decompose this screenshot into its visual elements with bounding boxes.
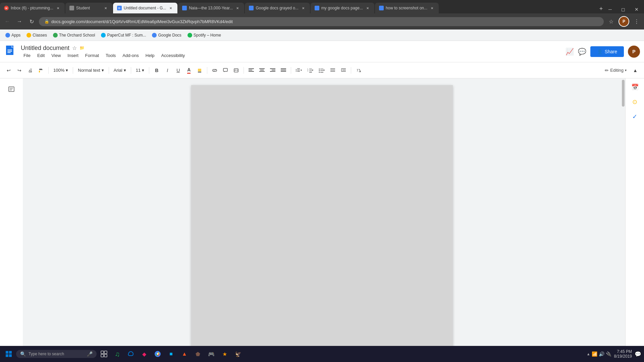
tab-close-naia[interactable]: ✕ — [235, 5, 240, 11]
docs-menu-accessibility[interactable]: Accessibility — [159, 52, 188, 59]
tab-close-inbox[interactable]: ✕ — [55, 5, 61, 11]
outline-button[interactable] — [5, 82, 18, 96]
font-selector[interactable]: Arial ▾ — [112, 66, 128, 74]
docs-menu-file[interactable]: File — [21, 52, 33, 59]
docs-menu-insert[interactable]: Insert — [65, 52, 81, 59]
taskbar-chrome-icon[interactable] — [152, 348, 164, 360]
tab-close-google-docs-gray[interactable]: ✕ — [301, 5, 306, 11]
zoom-selector[interactable]: 100% ▾ — [51, 66, 70, 74]
browser-tab-inbox[interactable]: MInbox (6) - ptcumming...✕ — [0, 3, 65, 13]
action-center-icon[interactable]: 💬 — [635, 351, 641, 357]
tasks-panel-button[interactable]: ⊙ — [629, 96, 641, 108]
bookmark-spotify[interactable]: Spotify – Home — [185, 32, 224, 39]
back-button[interactable]: ← — [3, 17, 12, 26]
bookmark-apps[interactable]: Apps — [3, 32, 23, 39]
taskbar-edge-icon[interactable] — [125, 348, 137, 360]
redo-button[interactable]: ↪ — [15, 66, 24, 75]
bookmark-classes[interactable]: Classes — [24, 32, 50, 39]
browser-tab-untitled-doc[interactable]: DUntitled document - G...✕ — [113, 3, 178, 13]
comments-icon[interactable]: 💬 — [578, 48, 586, 56]
insert-comment-button[interactable] — [221, 66, 230, 75]
url-bar[interactable]: 🔒 docs.google.com/document/d/1QdAVv4RmUE… — [39, 17, 604, 26]
browser-tab-how-to-screenshot[interactable]: how to screenshot on...✕ — [375, 3, 439, 13]
user-avatar[interactable]: P — [628, 46, 640, 58]
browser-tab-student[interactable]: Student✕ — [65, 3, 112, 13]
docs-menu-format[interactable]: Format — [83, 52, 102, 59]
docs-menu-edit[interactable]: Edit — [35, 52, 47, 59]
highlight-color-button[interactable] — [195, 66, 204, 75]
show-hidden-icons[interactable]: ▲ — [587, 352, 590, 356]
chrome-menu-button[interactable]: ⋮ — [632, 17, 641, 26]
docs-star-icon[interactable]: ☆ — [72, 45, 77, 51]
taskbar-app5-icon[interactable]: ◆ — [138, 348, 150, 360]
docs-menu-addons[interactable]: Add-ons — [120, 52, 141, 59]
new-tab-button[interactable]: + — [596, 4, 606, 13]
profile-button[interactable]: P — [619, 16, 629, 27]
align-justify-button[interactable] — [279, 66, 288, 75]
clear-formatting-button[interactable]: T — [354, 66, 363, 75]
taskbar-app9-icon[interactable]: ⬟ — [192, 348, 204, 360]
collapse-toolbar-button[interactable]: ▲ — [631, 66, 640, 75]
bookmark-star-button[interactable]: ☆ — [606, 17, 616, 26]
task-view-button[interactable] — [98, 348, 110, 360]
forward-button[interactable]: → — [15, 17, 24, 26]
text-color-button[interactable]: A — [184, 66, 194, 75]
bookmark-orchard-school[interactable]: The Orchard School — [50, 32, 98, 39]
browser-tab-my-google-docs[interactable]: my google docs page...✕ — [311, 3, 374, 13]
network-icon[interactable]: 📶 — [592, 351, 597, 357]
tab-close-untitled-doc[interactable]: ✕ — [168, 5, 173, 11]
bookmark-google-docs[interactable]: Google Docs — [149, 32, 184, 39]
bookmark-papercut[interactable]: PaperCut MF : Sum... — [98, 32, 149, 39]
refresh-button[interactable]: ↻ — [27, 17, 36, 26]
bulleted-list-button[interactable]: ▾ — [317, 66, 327, 75]
taskbar-app10-icon[interactable]: 🎮 — [205, 348, 217, 360]
taskbar-app11-icon[interactable]: ★ — [219, 348, 231, 360]
undo-button[interactable]: ↩ — [4, 66, 13, 75]
calendar-panel-button[interactable]: 📅 — [629, 81, 641, 93]
vertical-scrollbar[interactable] — [621, 78, 625, 362]
bold-button[interactable]: B — [152, 66, 161, 75]
browser-tab-naia[interactable]: Naia—the 13,000-Year...✕ — [178, 3, 244, 13]
align-right-button[interactable] — [268, 66, 277, 75]
underline-button[interactable]: U — [173, 66, 183, 75]
insert-link-button[interactable] — [210, 66, 219, 75]
docs-page[interactable] — [191, 85, 453, 362]
paint-format-button[interactable] — [36, 66, 46, 75]
activity-dashboard-icon[interactable]: 📈 — [566, 48, 574, 56]
tab-close-student[interactable]: ✕ — [103, 5, 108, 11]
browser-tab-google-docs-gray[interactable]: Google docs grayed o...✕ — [245, 3, 310, 13]
scrollbar-thumb[interactable] — [622, 80, 625, 107]
docs-menu-view[interactable]: View — [49, 52, 63, 59]
close-button[interactable]: ✕ — [632, 5, 641, 13]
docs-menu-help[interactable]: Help — [143, 52, 157, 59]
decrease-indent-button[interactable] — [328, 66, 337, 75]
docs-menu-tools[interactable]: Tools — [103, 52, 118, 59]
taskbar-app7-icon[interactable]: ■ — [165, 348, 177, 360]
taskbar-spotify-icon[interactable]: ♫ — [111, 348, 123, 360]
paragraph-style-selector[interactable]: Normal text ▾ — [76, 66, 106, 74]
taskbar-app8-icon[interactable]: ▲ — [178, 348, 191, 360]
taskbar-app12-icon[interactable]: 🦅 — [232, 348, 244, 360]
keep-panel-button[interactable]: ✓ — [629, 111, 641, 123]
docs-content-area[interactable] — [23, 78, 621, 362]
tab-close-my-google-docs[interactable]: ✕ — [365, 5, 370, 11]
line-spacing-button[interactable]: ▾ — [294, 66, 304, 75]
volume-icon[interactable]: 🔊 — [599, 351, 604, 357]
numbered-list-button[interactable]: 1.2. ▾ — [305, 66, 315, 75]
minimize-button[interactable]: ─ — [606, 5, 614, 13]
tab-close-how-to-screenshot[interactable]: ✕ — [429, 5, 435, 11]
font-size-selector[interactable]: 11 ▾ — [134, 66, 146, 74]
insert-image-button[interactable] — [231, 66, 241, 75]
start-button[interactable] — [3, 348, 15, 360]
maximize-button[interactable]: ◻ — [619, 5, 628, 13]
print-button[interactable]: 🖨 — [25, 66, 35, 75]
increase-indent-button[interactable] — [339, 66, 348, 75]
docs-title-text[interactable]: Untitled document — [21, 45, 69, 52]
taskbar-clock[interactable]: 7:45 PM 8/19/2019 — [614, 349, 632, 359]
italic-button[interactable]: I — [163, 66, 172, 75]
taskbar-search-box[interactable]: 🔍 Type here to search 🎤 — [16, 350, 97, 358]
align-left-button[interactable] — [247, 66, 256, 75]
share-button[interactable]: 👤 Share — [590, 46, 624, 57]
align-center-button[interactable] — [257, 66, 267, 75]
editing-mode-selector[interactable]: ✏ Editing ▾ — [602, 66, 629, 74]
